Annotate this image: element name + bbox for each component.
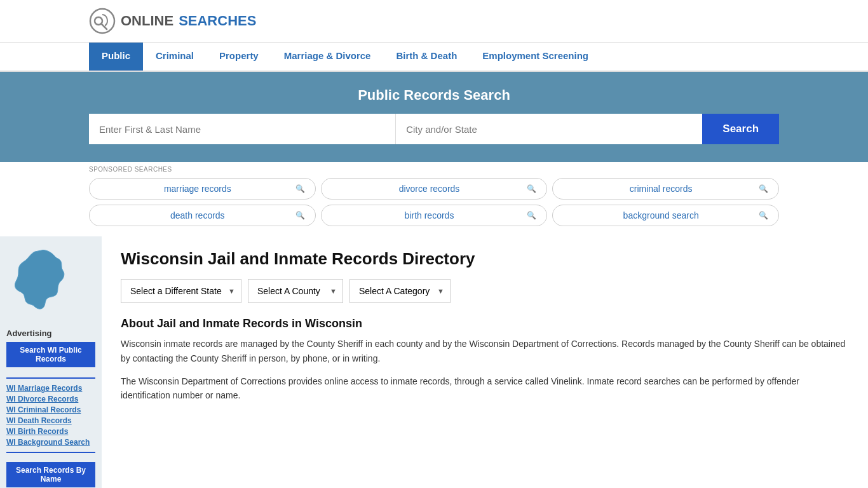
nav-item-marriage-divorce[interactable]: Marriage & Divorce	[271, 43, 384, 71]
name-search-input[interactable]	[89, 114, 396, 144]
sidebar-link-background[interactable]: WI Background Search	[6, 438, 95, 447]
sidebar-divider-1	[6, 377, 95, 379]
dropdowns-row: Select a Different State Select A County…	[121, 279, 849, 303]
about-text-1: Wisconsin inmate records are managed by …	[121, 337, 849, 365]
sidebar-ad-label: Advertising	[6, 329, 95, 338]
category-dropdown[interactable]: Select A Category	[349, 279, 451, 303]
sidebar-link-birth[interactable]: WI Birth Records	[6, 427, 95, 436]
sidebar-btn-search-by-name[interactable]: Search Records By Name	[6, 462, 95, 487]
search-banner-title: Public Records Search	[89, 87, 779, 104]
sponsored-pill-marriage[interactable]: marriage records 🔍	[89, 178, 316, 200]
logo: ONLINESEARCHES	[89, 8, 256, 34]
nav-item-public[interactable]: Public	[89, 43, 143, 71]
county-dropdown-wrapper: Select A County	[248, 279, 343, 303]
main-nav: Public Criminal Property Marriage & Divo…	[0, 43, 868, 72]
sponsored-pill-divorce[interactable]: divorce records 🔍	[321, 178, 548, 200]
logo-icon	[89, 8, 116, 34]
search-banner: Public Records Search Search	[0, 72, 868, 162]
nav-item-property[interactable]: Property	[207, 43, 271, 71]
pill-search-icon-3: 🔍	[295, 211, 305, 220]
logo-text-online: ONLINE	[121, 13, 173, 29]
pill-search-icon-2: 🔍	[759, 184, 768, 193]
about-text-2: The Wisconsin Department of Corrections …	[121, 374, 849, 403]
pill-search-icon-4: 🔍	[527, 211, 536, 220]
sidebar-link-marriage[interactable]: WI Marriage Records	[6, 384, 95, 393]
pill-search-icon-0: 🔍	[295, 184, 305, 193]
location-search-input[interactable]	[396, 114, 702, 144]
left-sidebar: Advertising Search WI Public Records WI …	[0, 236, 102, 488]
sponsored-grid: marriage records 🔍 divorce records 🔍 cri…	[89, 178, 779, 226]
nav-item-employment-screening[interactable]: Employment Screening	[470, 43, 601, 71]
sidebar-divider-2	[6, 452, 95, 453]
sponsored-pill-birth[interactable]: birth records 🔍	[321, 205, 548, 226]
directory-title: Wisconsin Jail and Inmate Records Direct…	[121, 249, 849, 269]
sponsored-section: marriage records 🔍 divorce records 🔍 cri…	[0, 173, 868, 236]
logo-text-searches: SEARCHES	[179, 13, 256, 29]
about-title: About Jail and Inmate Records in Wiscons…	[121, 317, 849, 330]
sponsored-pill-death[interactable]: death records 🔍	[89, 205, 316, 226]
page-body: Advertising Search WI Public Records WI …	[0, 236, 868, 488]
county-dropdown[interactable]: Select A County	[248, 279, 343, 303]
pill-search-icon-1: 🔍	[527, 184, 536, 193]
main-content: Wisconsin Jail and Inmate Records Direct…	[102, 236, 868, 488]
search-form: Search	[89, 114, 779, 144]
sidebar-link-divorce[interactable]: WI Divorce Records	[6, 395, 95, 403]
sponsored-pill-background[interactable]: background search 🔍	[552, 205, 779, 226]
search-button[interactable]: Search	[702, 114, 779, 144]
wisconsin-map	[6, 244, 76, 320]
sidebar-link-death[interactable]: WI Death Records	[6, 416, 95, 425]
sidebar-btn-search-wi[interactable]: Search WI Public Records	[6, 342, 95, 367]
sponsored-pill-criminal[interactable]: criminal records 🔍	[552, 178, 779, 200]
category-dropdown-wrapper: Select A Category	[349, 279, 451, 303]
state-dropdown[interactable]: Select a Different State	[121, 279, 241, 303]
sponsored-label-wrapper: SPONSORED SEARCHES	[0, 162, 868, 173]
header: ONLINESEARCHES	[0, 0, 868, 43]
sponsored-label: SPONSORED SEARCHES	[89, 166, 779, 173]
nav-item-criminal[interactable]: Criminal	[143, 43, 207, 71]
state-dropdown-wrapper: Select a Different State	[121, 279, 241, 303]
sidebar-link-criminal[interactable]: WI Criminal Records	[6, 405, 95, 414]
pill-search-icon-5: 🔍	[759, 211, 768, 220]
nav-item-birth-death[interactable]: Birth & Death	[383, 43, 470, 71]
